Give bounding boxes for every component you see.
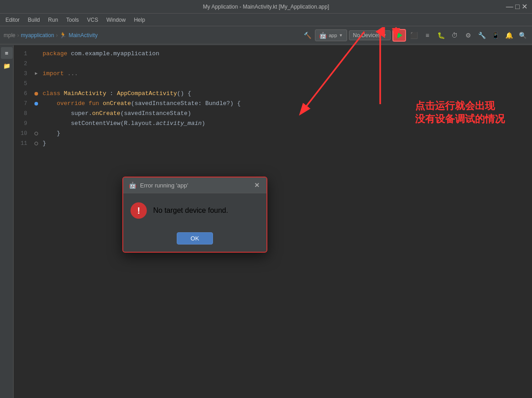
line-num-3: 3 — [14, 69, 32, 79]
menu-tools[interactable]: Tools — [63, 15, 82, 24]
window-title: My Application - MainActivity.kt [My_App… — [203, 4, 329, 10]
dialog-ok-button[interactable]: OK — [177, 232, 213, 245]
dialog-titlebar: 🤖 Error running 'app' ✕ — [123, 177, 266, 193]
error-dialog: 🤖 Error running 'app' ✕ ! No target devi… — [122, 177, 267, 253]
line-code-5 — [41, 79, 46, 89]
line-code-6: class MainActivity : AppCompatActivity()… — [41, 89, 191, 99]
device-selector[interactable]: No Devices ▼ — [349, 30, 391, 40]
breadcrumb-mainactivity[interactable]: MainActivity — [68, 32, 97, 38]
device-dropdown-arrow: ▼ — [382, 33, 387, 38]
toolbar: mple › myapplication › 🏃 MainActivity 🔨 … — [0, 26, 532, 44]
gutter-11 — [32, 142, 41, 145]
editor-area[interactable]: 1 package com.example.myapplication 2 3 … — [14, 45, 532, 398]
gutter-6 — [32, 92, 41, 96]
code-line-1: 1 package com.example.myapplication — [14, 49, 532, 59]
line-code-11: } — [41, 139, 46, 149]
gutter-circle-10 — [34, 132, 38, 135]
dialog-message: No target device found. — [153, 206, 228, 215]
left-panel: ≡ 📁 — [0, 45, 14, 398]
play-icon — [397, 32, 402, 38]
code-line-8: 8 super.onCreate(savedInstanceState) — [14, 109, 532, 119]
left-panel-icon1[interactable]: ≡ — [1, 47, 13, 59]
line-code-7: override fun onCreate(savedInstanceState… — [41, 99, 241, 109]
line-num-6: 6 — [14, 89, 32, 99]
app-selector[interactable]: 🤖 app ▼ — [315, 29, 347, 41]
avd-icon[interactable]: 📱 — [489, 29, 501, 41]
title-bar: My Application - MainActivity.kt [My_App… — [0, 0, 532, 14]
line-num-8: 8 — [14, 109, 32, 119]
breadcrumb-sep2: › — [56, 32, 58, 38]
android-icon: 🤖 — [319, 32, 327, 39]
line-num-7: 7 — [14, 99, 32, 109]
code-line-5: 5 — [14, 79, 532, 89]
breadcrumb: mple › myapplication › 🏃 MainActivity — [4, 32, 300, 38]
dialog-body: ! No target device found. — [123, 193, 266, 228]
breadcrumb-myapplication[interactable]: myapplication — [21, 32, 54, 38]
collapse-import[interactable]: ▶ — [35, 69, 38, 79]
code-line-10: 10 } — [14, 129, 532, 139]
app-label: app — [329, 33, 337, 38]
code-line-6: 6 class MainActivity : AppCompatActivity… — [14, 89, 532, 99]
line-code-9: setContentView(R.layout.activity_main) — [41, 119, 205, 129]
menu-bar: Editor Build Run Tools VCS Window Help — [0, 14, 532, 26]
dialog-title: Error running 'app' — [140, 182, 188, 189]
debug-icon[interactable]: 🐛 — [435, 29, 447, 41]
notifications-icon[interactable]: 🔔 — [503, 29, 515, 41]
dialog-android-icon: 🤖 — [129, 182, 136, 189]
line-code-2 — [41, 59, 46, 69]
line-code-10: } — [41, 129, 60, 139]
stop-icon[interactable]: ⬛ — [408, 29, 420, 41]
code-editor: 1 package com.example.myapplication 2 3 … — [14, 45, 532, 152]
code-line-2: 2 — [14, 59, 532, 69]
sdk-icon[interactable]: 🔧 — [476, 29, 488, 41]
run-button[interactable] — [392, 29, 406, 42]
line-num-2: 2 — [14, 59, 32, 69]
code-line-11: 11 } — [14, 139, 532, 149]
search-icon[interactable]: 🔍 — [517, 29, 528, 41]
window-controls: — □ ✕ — [506, 2, 527, 11]
profile-icon[interactable]: ⏱ — [449, 29, 460, 41]
gutter-circle-11 — [34, 142, 38, 145]
line-num-11: 11 — [14, 139, 32, 149]
line-num-1: 1 — [14, 49, 32, 59]
gutter-icon-6 — [34, 92, 38, 96]
menu-run[interactable]: Run — [44, 15, 62, 24]
build-icon[interactable]: 🔨 — [301, 29, 313, 41]
code-line-9: 9 setContentView(R.layout.activity_main) — [14, 119, 532, 129]
breadcrumb-sep1: › — [17, 32, 19, 38]
breadcrumb-root: mple — [4, 32, 15, 38]
menu-window[interactable]: Window — [103, 15, 130, 24]
toolbar-actions: 🔨 🤖 app ▼ No Devices ▼ ⬛ ≡ 🐛 ⏱ ⚙ 🔧 📱 🔔 🔍 — [301, 29, 528, 42]
app-dropdown-arrow: ▼ — [339, 33, 343, 38]
menu-help[interactable]: Help — [130, 15, 149, 24]
gutter-10 — [32, 132, 41, 135]
gutter-icon-7 — [34, 102, 38, 105]
line-num-5: 5 — [14, 79, 32, 89]
menu-editor[interactable]: Editor — [2, 15, 23, 24]
code-line-7: 7 override fun onCreate(savedInstanceSta… — [14, 99, 532, 109]
line-code-8: super.onCreate(savedInstanceState) — [41, 109, 191, 119]
dialog-footer: OK — [123, 228, 266, 252]
line-code-3: import ... — [41, 69, 78, 79]
no-devices-label: No Devices — [353, 32, 381, 38]
gutter-3: ▶ — [32, 69, 41, 79]
error-icon: ! — [131, 202, 147, 219]
menu-vcs[interactable]: VCS — [83, 15, 102, 24]
line-num-10: 10 — [14, 129, 32, 139]
line-num-9: 9 — [14, 119, 32, 129]
line-code-1: package com.example.myapplication — [41, 49, 159, 59]
breadcrumb-icon-main: 🏃 — [59, 32, 67, 38]
gutter-7 — [32, 102, 41, 105]
dialog-title-section: 🤖 Error running 'app' — [129, 182, 188, 189]
dialog-close-button[interactable]: ✕ — [253, 181, 261, 189]
sync-icon[interactable]: ≡ — [421, 29, 433, 41]
left-panel-icon2[interactable]: 📁 — [1, 60, 13, 72]
code-line-3: 3 ▶ import ... — [14, 69, 532, 79]
menu-build[interactable]: Build — [24, 15, 44, 24]
settings-icon[interactable]: ⚙ — [462, 29, 474, 41]
